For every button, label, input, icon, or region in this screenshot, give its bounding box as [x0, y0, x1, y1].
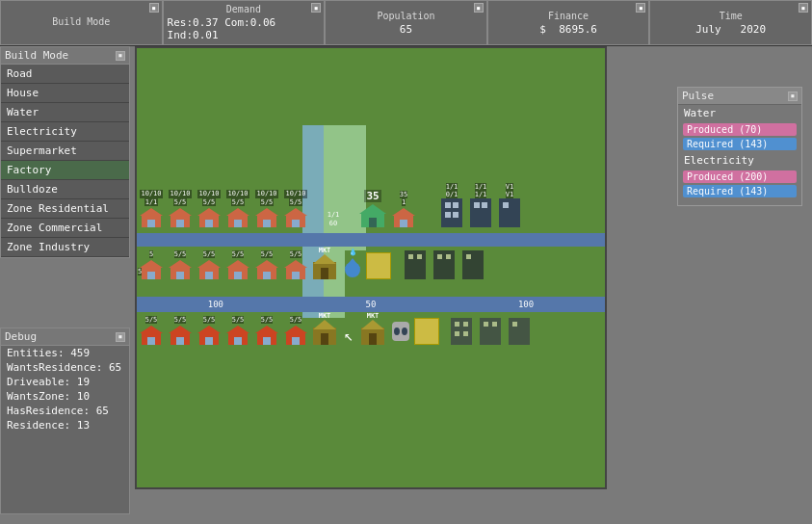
debug-wants-residence: WantsResidence: 65	[1, 360, 129, 375]
debug-entities: Entities: 459	[1, 346, 129, 360]
svg-rect-48	[263, 272, 271, 279]
population-value: 65	[400, 23, 412, 36]
svg-rect-98	[484, 322, 488, 327]
population-close[interactable]: ▪	[474, 3, 484, 13]
svg-rect-67	[147, 337, 155, 345]
svg-rect-26	[453, 202, 458, 208]
pulse-close-button[interactable]: ▪	[788, 92, 798, 101]
pulse-electricity-title: Electricity	[678, 152, 801, 169]
svg-rect-45	[234, 272, 242, 279]
debug-has-residence: HasResidence: 65	[1, 404, 129, 418]
svg-rect-39	[176, 272, 184, 279]
svg-rect-85	[321, 333, 328, 345]
svg-rect-79	[263, 337, 271, 345]
pulse-panel: Pulse ▪ Water Produced (70) Required (14…	[677, 87, 802, 206]
svg-marker-71	[197, 326, 221, 333]
pulse-electricity-produced: Produced (200)	[683, 170, 797, 183]
svg-marker-49	[284, 260, 307, 268]
finance-title: Finance	[548, 11, 589, 21]
pulse-electricity-required: Required (143)	[683, 185, 797, 197]
svg-rect-57	[405, 250, 426, 279]
svg-marker-80	[284, 326, 307, 333]
debug-wants-zone: WantsZone: 10	[1, 389, 129, 404]
svg-marker-21	[392, 208, 415, 216]
demand-title: Demand	[226, 4, 261, 14]
svg-rect-64	[466, 254, 471, 259]
sidebar-item-water[interactable]: Water	[1, 103, 129, 122]
sidebar-item-supermarket[interactable]: Supermarket	[1, 142, 129, 161]
svg-marker-74	[226, 326, 249, 333]
pulse-water-title: Water	[678, 105, 801, 121]
svg-rect-58	[408, 254, 413, 259]
svg-marker-53	[313, 254, 336, 264]
svg-marker-77	[255, 326, 278, 333]
svg-rect-25	[445, 202, 451, 208]
svg-marker-0	[140, 208, 163, 216]
sidebar-item-house[interactable]: House	[1, 84, 129, 103]
sidebar-item-factory[interactable]: Factory	[1, 161, 129, 180]
debug-close-button[interactable]: ▪	[116, 332, 125, 342]
sidebar-item-road[interactable]: Road	[1, 65, 129, 84]
finance-value: $ 8695.6	[539, 23, 597, 36]
svg-rect-88	[369, 333, 377, 345]
sidebar-item-zone-commercial[interactable]: Zone Commercial	[1, 219, 129, 238]
left-sidebar: Build Mode ▪ Road House Water Electricit…	[0, 46, 130, 258]
svg-rect-33	[503, 202, 509, 208]
svg-rect-96	[463, 331, 468, 336]
finance-panel: Finance $ 8695.6 ▪	[487, 0, 650, 45]
svg-rect-20	[369, 218, 377, 227]
sidebar-close-button[interactable]: ▪	[116, 51, 125, 61]
svg-rect-62	[446, 254, 451, 259]
svg-rect-5	[176, 220, 184, 227]
sidebar-title: Build Mode ▪	[1, 47, 129, 65]
svg-marker-9	[226, 208, 249, 216]
road2-label1: 100	[208, 300, 223, 309]
svg-rect-100	[509, 318, 530, 345]
pulse-water-required: Required (143)	[683, 138, 797, 150]
svg-rect-31	[482, 202, 487, 208]
time-close[interactable]: ▪	[799, 3, 808, 13]
svg-rect-94	[463, 322, 468, 327]
svg-rect-8	[205, 220, 213, 227]
svg-rect-51	[292, 272, 300, 279]
sidebar-item-bulldoze[interactable]: Bulldoze	[1, 180, 129, 199]
sidebar-item-zone-industry[interactable]: Zone Industry	[1, 238, 129, 257]
sidebar-item-electricity[interactable]: Electricity	[1, 122, 129, 142]
finance-close[interactable]: ▪	[636, 3, 645, 13]
game-world: 10/10 1/1 10/10 5/5 10/10 5/5 10/10 5/5 …	[137, 48, 605, 487]
demand-close[interactable]: ▪	[311, 3, 321, 13]
svg-rect-27	[445, 212, 451, 218]
svg-rect-76	[234, 337, 242, 345]
svg-marker-46	[255, 260, 278, 268]
demand-panel: Demand Res:0.37 Com:0.06 Ind:0.01 ▪	[163, 0, 326, 45]
sidebar-item-zone-residential[interactable]: Zone Residential	[1, 199, 129, 219]
population-panel: Population 65 ▪	[325, 0, 487, 45]
svg-rect-99	[492, 322, 497, 327]
svg-rect-59	[417, 254, 422, 259]
svg-marker-6	[197, 208, 221, 216]
svg-marker-34	[140, 260, 163, 268]
svg-rect-32	[499, 198, 520, 227]
svg-marker-3	[169, 208, 192, 216]
game-canvas[interactable]: 10/10 1/1 10/10 5/5 10/10 5/5 10/10 5/5 …	[135, 46, 607, 489]
svg-marker-12	[255, 208, 278, 216]
svg-rect-73	[205, 337, 213, 345]
debug-driveable: Driveable: 19	[1, 375, 129, 389]
svg-rect-61	[437, 254, 442, 259]
svg-rect-63	[462, 250, 484, 279]
population-title: Population	[377, 11, 434, 21]
build-mode-close[interactable]: ▪	[149, 3, 159, 13]
svg-marker-40	[197, 260, 221, 268]
debug-panel: Debug ▪ Entities: 459 WantsResidence: 65…	[0, 328, 130, 514]
svg-rect-82	[292, 337, 300, 345]
svg-rect-11	[234, 220, 242, 227]
time-panel: Time July 2020 ▪	[649, 0, 812, 45]
svg-marker-87	[361, 320, 384, 329]
svg-rect-2	[147, 220, 155, 227]
svg-rect-60	[433, 250, 455, 279]
svg-rect-14	[263, 220, 271, 227]
svg-marker-18	[359, 204, 386, 214]
svg-rect-28	[453, 212, 458, 218]
time-title: Time	[720, 11, 743, 21]
svg-rect-70	[176, 337, 184, 345]
